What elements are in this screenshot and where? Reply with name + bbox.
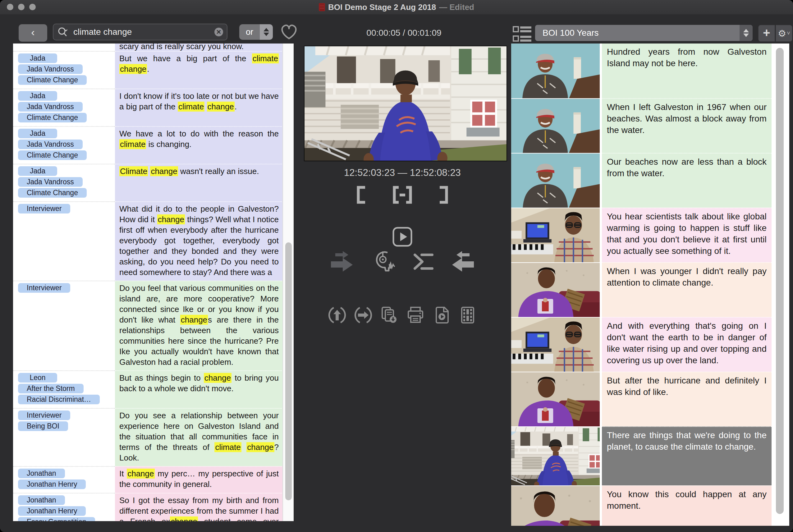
- transcript-text[interactable]: It change my perc… my perspective of jus…: [115, 466, 283, 493]
- keyword-tag[interactable]: Leon: [18, 373, 57, 382]
- add-button[interactable]: +: [758, 25, 775, 42]
- play-button[interactable]: [392, 226, 413, 247]
- keyword-tag[interactable]: Climate Change: [18, 150, 87, 160]
- transcribe-button[interactable]: [371, 250, 395, 273]
- back-button[interactable]: ‹: [19, 24, 47, 42]
- story-thumbnail[interactable]: [511, 426, 602, 486]
- send-back-button[interactable]: [450, 251, 475, 272]
- mark-in-button[interactable]: [354, 185, 368, 205]
- story-thumbnail[interactable]: [511, 317, 602, 372]
- transcript-row[interactable]: InterviewerWhat did it do to the people …: [13, 201, 283, 281]
- keyword-tag[interactable]: Jada: [18, 54, 57, 63]
- story-row[interactable]: There are things that we're doing to the…: [511, 426, 772, 486]
- settings-button[interactable]: ⚙ ˅: [776, 25, 792, 42]
- keyword-tag[interactable]: Interviewer: [18, 283, 70, 293]
- story-text[interactable]: You hear scientists talk about like glob…: [602, 208, 772, 262]
- summarize-button[interactable]: [411, 252, 433, 271]
- story-text[interactable]: Hundred years from now Galveston Island …: [602, 43, 772, 98]
- clear-search-icon[interactable]: ✕: [214, 28, 223, 36]
- keyword-tag[interactable]: Climate Change: [18, 188, 87, 198]
- filmstrip-button[interactable]: [459, 306, 477, 324]
- video-viewer[interactable]: [304, 46, 507, 161]
- stepper-icon[interactable]: [260, 24, 273, 40]
- transcript-row[interactable]: scary and is really scary you know.: [13, 43, 283, 51]
- story-text[interactable]: You know this could happen at any moment…: [602, 486, 772, 526]
- keyword-tag[interactable]: Interviewer: [18, 411, 70, 420]
- transcript-text[interactable]: But we have a big part of the climate ch…: [115, 51, 283, 89]
- story-row[interactable]: You hear scientists talk about like glob…: [511, 208, 772, 262]
- story-row[interactable]: You know this could happen at any moment…: [511, 486, 772, 526]
- print-button[interactable]: [406, 306, 424, 324]
- transcript-text[interactable]: So I got the essay from my birth and fro…: [115, 493, 283, 521]
- transcript-row[interactable]: JadaJada VandrossClimate ChangeBut we ha…: [13, 51, 283, 89]
- keyword-tag[interactable]: Interviewer: [18, 204, 70, 213]
- keyword-tag[interactable]: Jada Vandross: [18, 102, 83, 112]
- keyword-tag[interactable]: Climate Change: [18, 113, 87, 122]
- story-row[interactable]: And with everything that's going on I do…: [511, 317, 772, 372]
- story-text[interactable]: When I left Galveston in 1967 when our b…: [602, 98, 772, 153]
- transcript-row[interactable]: JadaJada VandrossClimate ChangeClimate c…: [13, 164, 283, 201]
- story-thumbnail[interactable]: [511, 486, 602, 526]
- keyword-tag[interactable]: Climate Change: [18, 75, 87, 85]
- story-thumbnail[interactable]: [511, 98, 602, 153]
- transcript-text[interactable]: Do you see a relationship between your e…: [115, 408, 283, 466]
- story-thumbnail[interactable]: [511, 372, 602, 426]
- keyword-tag[interactable]: Jonathan: [18, 469, 65, 478]
- story-text[interactable]: When I was younger I didn't really pay a…: [602, 262, 772, 317]
- transcript-scrollbar[interactable]: [283, 43, 294, 521]
- keyword-tag[interactable]: Jada: [18, 91, 57, 101]
- story-row[interactable]: Hundred years from now Galveston Island …: [511, 43, 772, 98]
- story-thumbnail[interactable]: [511, 43, 602, 98]
- scrollbar-thumb[interactable]: [285, 242, 292, 500]
- story-row[interactable]: But after the hurricane and definitely I…: [511, 372, 772, 426]
- transcript-row[interactable]: LeonAfter the StormRacial Discriminat…Bu…: [13, 370, 283, 408]
- story-text[interactable]: But after the hurricane and definitely I…: [602, 372, 772, 426]
- transcript-text[interactable]: We have a lot to do with the reason the …: [115, 126, 283, 164]
- keyword-tag[interactable]: After the Storm: [18, 384, 83, 394]
- keyword-tag[interactable]: Jonathan: [18, 495, 65, 505]
- keyword-tag[interactable]: Jada Vandross: [18, 139, 83, 149]
- story-thumbnail[interactable]: [511, 153, 602, 208]
- transcript-text[interactable]: scary and is really scary you know.: [115, 43, 283, 51]
- search-field[interactable]: ✕: [53, 24, 228, 40]
- search-operator-select[interactable]: or: [239, 24, 273, 40]
- keyword-tag[interactable]: Essay Competition: [18, 517, 95, 521]
- stepper-icon[interactable]: [739, 25, 753, 41]
- transcript-text[interactable]: Climate change wasn't really an issue.: [115, 164, 283, 201]
- storyboard-scrollbar[interactable]: [772, 43, 789, 526]
- keyword-tag[interactable]: Jada Vandross: [18, 177, 83, 187]
- transcript-text[interactable]: But as things begin to change to bring y…: [115, 370, 283, 408]
- story-text[interactable]: And with everything that's going on I do…: [602, 317, 772, 372]
- story-thumbnail[interactable]: [511, 208, 602, 262]
- upload-button[interactable]: [328, 306, 346, 324]
- transcript-text[interactable]: Do you feel that various communities on …: [115, 281, 283, 370]
- keyword-tag[interactable]: Being BOI: [18, 421, 68, 431]
- keyword-tag[interactable]: Jonathan Henry: [18, 506, 86, 516]
- story-thumbnail[interactable]: [511, 262, 602, 317]
- transcript-row[interactable]: JonathanJonathan HenryIt change my perc……: [13, 466, 283, 493]
- transcript-row[interactable]: JadaJada VandrossClimate ChangeWe have a…: [13, 126, 283, 164]
- transcript-row[interactable]: InterviewerDo you feel that various comm…: [13, 281, 283, 370]
- list-view-toggle[interactable]: [513, 25, 532, 44]
- story-text[interactable]: Our beaches now are less than a block fr…: [602, 153, 772, 208]
- story-row[interactable]: When I was younger I didn't really pay a…: [511, 262, 772, 317]
- transcript-text[interactable]: What did it do to the people in Galvesto…: [115, 201, 283, 281]
- mark-in-out-button[interactable]: [391, 185, 413, 205]
- keyword-tag[interactable]: Jada Vandross: [18, 64, 83, 74]
- transcript-row[interactable]: JonathanJonathan HenryEssay CompetitionR…: [13, 493, 283, 521]
- transcript-row[interactable]: InterviewerBeing BOIDo you see a relatio…: [13, 408, 283, 466]
- transcript-row[interactable]: JadaJada VandrossClimate ChangeI don't k…: [13, 89, 283, 126]
- scrollbar-thumb[interactable]: [776, 48, 784, 514]
- video-document-button[interactable]: [432, 306, 450, 324]
- copy-download-button[interactable]: [380, 306, 398, 324]
- mark-out-button[interactable]: [437, 185, 451, 205]
- search-input[interactable]: [71, 27, 214, 37]
- keyword-tag[interactable]: Jada: [18, 129, 57, 138]
- collection-select[interactable]: BOI 100 Years: [535, 25, 753, 41]
- favorite-button[interactable]: [279, 22, 299, 42]
- story-row[interactable]: When I left Galveston in 1967 when our b…: [511, 98, 772, 153]
- send-forward-button[interactable]: [330, 251, 355, 272]
- keyword-tag[interactable]: Jonathan Henry: [18, 479, 86, 489]
- keyword-tag[interactable]: Jada: [18, 166, 57, 176]
- story-row[interactable]: Our beaches now are less than a block fr…: [511, 153, 772, 208]
